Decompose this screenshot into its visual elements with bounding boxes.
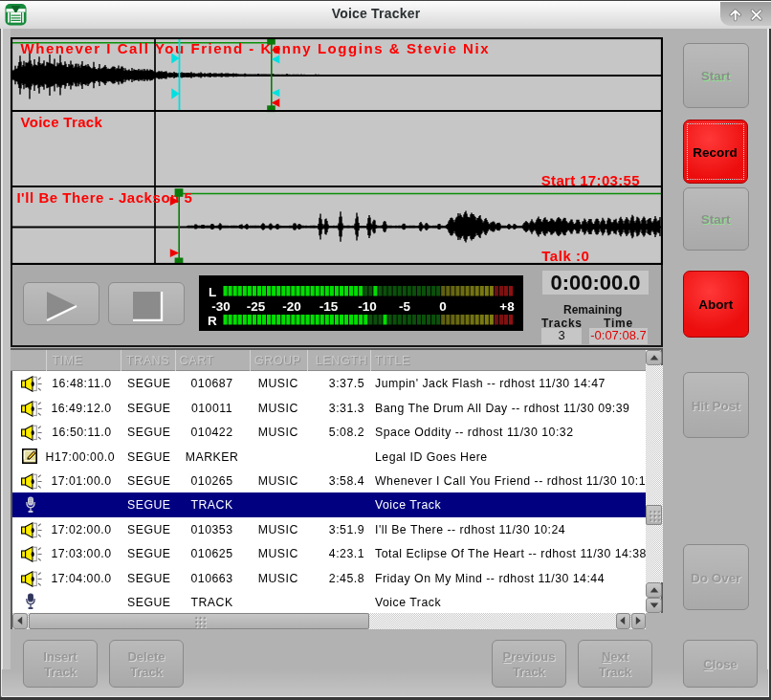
svg-text:-25: -25 — [247, 299, 266, 314]
svg-text:-30: -30 — [211, 299, 231, 314]
svg-text:Voice Track: Voice Track — [21, 114, 103, 130]
svg-text:R: R — [208, 314, 217, 328]
svg-text:Whenever I Call You Friend - K: Whenever I Call You Friend - Kenny Loggi… — [21, 40, 491, 56]
svg-text:+8: +8 — [499, 299, 515, 314]
svg-text:I'll Be There - Jackson 5: I'll Be There - Jackson 5 — [16, 189, 192, 206]
svg-text:-20: -20 — [282, 299, 301, 314]
svg-text:-5: -5 — [399, 299, 410, 314]
svg-text:Talk :0: Talk :0 — [541, 248, 589, 264]
svg-text:L: L — [209, 285, 216, 299]
svg-text:-10: -10 — [358, 299, 377, 314]
svg-text:0: 0 — [439, 299, 447, 314]
svg-text:-15: -15 — [319, 299, 339, 314]
